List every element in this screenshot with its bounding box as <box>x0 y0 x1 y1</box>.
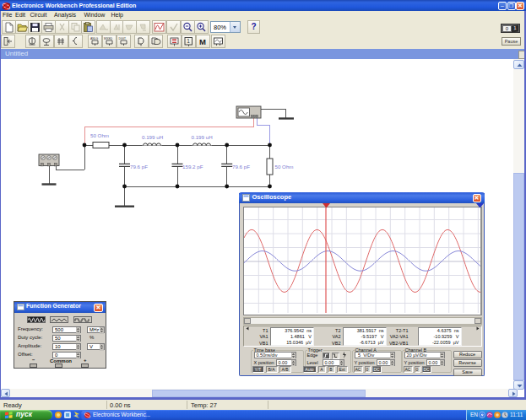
svg-text:50 Ohm: 50 Ohm <box>275 164 294 170</box>
svg-text:79.6 pF: 79.6 pF <box>232 164 250 170</box>
svg-text:0.199 uH: 0.199 uH <box>192 134 213 140</box>
svg-text:159.2 pF: 159.2 pF <box>182 164 203 170</box>
svg-text:50 Ohm: 50 Ohm <box>90 132 109 138</box>
svg-text:79.6 pF: 79.6 pF <box>130 164 148 170</box>
svg-text:0.199 uH: 0.199 uH <box>142 134 163 140</box>
